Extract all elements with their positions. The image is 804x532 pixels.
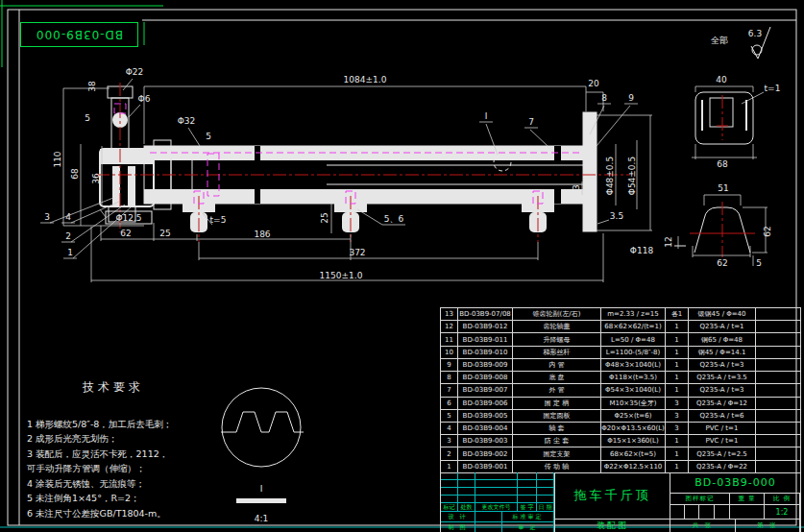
detail-label: I: [260, 484, 263, 494]
section-channel-view: 51 62 62 12 5: [664, 183, 772, 268]
dim-phi12-5: Φ12.5: [115, 213, 141, 223]
part-name: 拖车千斤顶: [555, 472, 670, 520]
parts-no-1: 1: [441, 461, 458, 473]
rev-h-mark: 标记: [441, 503, 458, 512]
parts-remark-3: [756, 435, 801, 447]
tech-requirements: 技术要求 1 梯形螺纹5/8″-8，加工后去毛刺； 2 成形后光亮无划伤； 3 …: [27, 380, 224, 520]
parts-no-9: 9: [441, 359, 458, 372]
dim-t5: t=5: [210, 215, 227, 225]
parts-no-13: 13: [441, 308, 458, 321]
dim-phi118: Φ118: [630, 246, 654, 255]
parts-code-3: BD-03B9-003: [458, 435, 513, 447]
dim-3-5: 3.5: [610, 211, 623, 221]
parts-remark-7: [756, 384, 801, 397]
balloon-3: 3: [44, 212, 50, 222]
parts-material-7: Q235-A / t=3: [689, 384, 756, 397]
ch-dim-corner: 5: [756, 258, 762, 268]
parts-code-11: BD-03B9-011: [458, 333, 513, 346]
parts-name-4: 轴 套: [513, 423, 601, 435]
parts-no-4: 4: [441, 423, 458, 435]
parts-spec-8: Φ118×(t=3.5): [601, 372, 666, 384]
parts-name-10: 梯形丝杆: [513, 347, 601, 359]
parts-qty-2: 1: [666, 447, 689, 460]
revision-row: [441, 472, 554, 480]
sheets-total: 共 张: [670, 520, 736, 532]
parts-remark-10: [756, 347, 801, 359]
tech-line: 5 未注倒角1×45°，R=2；: [27, 491, 224, 506]
header-mark: 图样标记: [670, 494, 730, 505]
dim-186: 186: [254, 230, 270, 239]
parts-name-8: 底 盘: [513, 372, 601, 384]
ch-dim-top: 51: [718, 183, 728, 193]
parts-qty-11: 1: [666, 333, 689, 346]
parts-material-2: Q235-A / t=2.5: [689, 447, 756, 460]
drawing-stamp: BD-03B9-000: [20, 22, 138, 47]
ch-dim-bottom: 62: [717, 258, 727, 268]
parts-code-12: BD-03B9-012: [458, 321, 513, 333]
revision-row: [441, 496, 554, 503]
title-block-right: BD-03B9-000 图样标记 重 量 比 例 1:2 共 张 第 张: [670, 472, 801, 532]
balloon-1: 1: [67, 248, 73, 257]
sign-draw: 制 图: [441, 522, 475, 532]
dim-5b: 5: [206, 132, 211, 141]
parts-name-11: 升降螺母: [513, 333, 601, 346]
dim-phi48: Φ48±0.5: [605, 157, 615, 195]
parts-code-13: BD-03B9-07/08: [458, 308, 513, 321]
dim-20: 20: [588, 79, 599, 88]
roughness-symbol: 全部 6.3: [711, 27, 770, 59]
revision-row: [441, 488, 554, 496]
dim-5a: 5: [85, 113, 90, 123]
parts-spec-13: m=2.33 / z=15: [601, 308, 666, 321]
revision-row: [441, 480, 554, 488]
parts-remark-9: [756, 359, 801, 372]
title-values: 1:2: [670, 505, 800, 520]
roughness-value: 6.3: [748, 29, 762, 38]
parts-material-10: 钢45 / Φ=14.1: [689, 347, 756, 359]
parts-table-body: 13BD-03B9-07/08锥齿轮副(左/右)m=2.33 / z=15各1锻…: [440, 307, 801, 473]
dim-len-total: 1150±1.0: [320, 271, 363, 280]
parts-remark-13: [756, 308, 801, 321]
parts-qty-4: 3: [666, 423, 689, 435]
drawing-sheet: 全部 6.3: [0, 0, 804, 532]
parts-code-5: BD-03B9-005: [458, 410, 513, 423]
finish-scope-label: 全部: [711, 36, 728, 45]
parts-remark-1: [756, 461, 801, 473]
parts-remark-5: [756, 410, 801, 423]
parts-code-4: BD-03B9-004: [458, 423, 513, 435]
parts-material-9: Q235-A / t=3: [689, 359, 756, 372]
section-mark-I: I: [485, 111, 488, 121]
parts-code-1: BD-03B9-001: [458, 461, 513, 473]
parts-qty-1: 1: [666, 461, 689, 473]
tech-line: 可手动升降方管调（伸缩）；: [27, 461, 224, 476]
sheet-no: 第 张: [736, 520, 801, 532]
parts-code-8: BD-03B9-008: [458, 372, 513, 384]
sq-dim-bottom: 68: [717, 159, 728, 169]
main-view-geometry: [100, 86, 597, 232]
parts-material-11: 铜65 / Φ=48: [689, 333, 756, 346]
parts-spec-11: L=50 / Φ=48: [601, 333, 666, 346]
parts-spec-3: Φ15×1×360(L): [601, 435, 666, 447]
parts-spec-5: Φ25×(t=6): [601, 410, 666, 423]
parts-no-11: 11: [441, 333, 458, 346]
balloon-9: 9: [628, 93, 634, 103]
drawing-number: BD-03B9-000: [670, 472, 800, 494]
detail-scale: 4:1: [255, 514, 268, 523]
sheet-counts: 共 张 第 张: [670, 520, 800, 532]
signature-row: 制 图 审 定: [441, 522, 554, 532]
parts-spec-4: Φ20×Φ13.5×60(L): [601, 423, 666, 435]
balloon-8: 8: [601, 93, 607, 103]
section-square-view: 40 68 t=1: [692, 75, 780, 169]
tech-line: 3 装配后，应灵活不卡死，2112，: [27, 447, 224, 462]
signature-row: 设 计 标准审定: [441, 512, 554, 522]
parts-material-8: Q235-A / t=3.5: [689, 372, 756, 384]
parts-name-5: 固定圆板: [513, 410, 601, 423]
balloon-2: 2: [65, 231, 71, 241]
parts-spec-9: Φ48×3×1040(L): [601, 359, 666, 372]
dim-phi6: Φ6: [138, 94, 151, 104]
balloon-4: 4: [65, 212, 71, 222]
balloon-5-6: 5、6: [384, 214, 404, 224]
rev-h-date: 日 期: [537, 503, 554, 512]
parts-remark-11: [756, 333, 801, 346]
parts-name-6: 固 定 柄: [513, 398, 601, 410]
parts-qty-6: 3: [666, 398, 689, 410]
